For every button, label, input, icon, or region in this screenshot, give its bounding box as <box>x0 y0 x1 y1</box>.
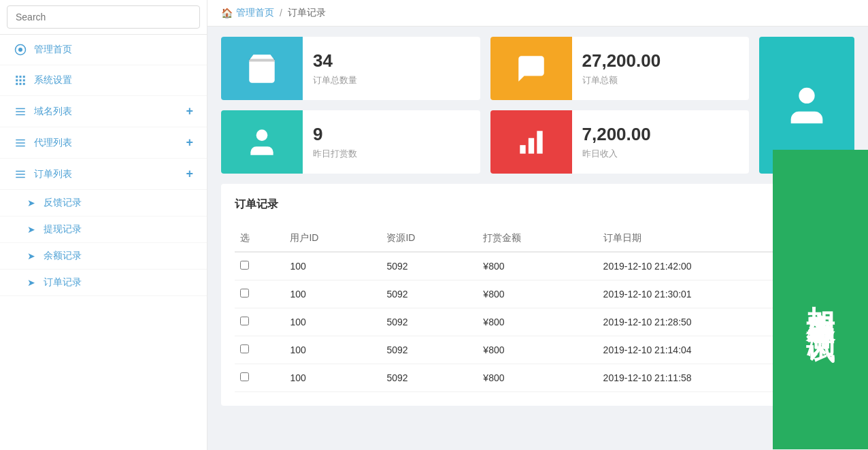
orders-plus-icon[interactable]: + <box>186 167 193 181</box>
stat-yesterday-income-info: 7,200.00 昨日收入 <box>572 110 750 174</box>
main-content: 🏠 管理首页 / 订单记录 34 订单总数量 <box>207 0 868 450</box>
svg-rect-24 <box>528 138 533 153</box>
chart-icon-box <box>490 110 572 174</box>
sidebar-sub-item-order-records-label: 订单记录 <box>44 276 82 289</box>
row-checkbox-4[interactable] <box>240 372 249 381</box>
row-resourceid: 5092 <box>381 364 478 392</box>
stat-total-label: 订单总额 <box>582 74 739 86</box>
domains-plus-icon[interactable]: + <box>186 104 193 118</box>
svg-rect-3 <box>20 76 22 78</box>
row-checkbox-cell <box>235 308 284 336</box>
chat-icon-box <box>490 37 572 100</box>
svg-rect-10 <box>23 83 25 85</box>
orders-icon <box>14 167 27 181</box>
search-input[interactable] <box>7 5 200 29</box>
row-resourceid: 5092 <box>381 308 478 336</box>
content-area: 订单记录 选 用户ID 资源ID 打赏金额 订单日期 100 5092 <box>207 184 868 419</box>
sidebar-item-agents-label: 代理列表 <box>34 137 186 149</box>
row-amount: ¥800 <box>478 308 597 336</box>
row-checkbox-1[interactable] <box>240 289 249 298</box>
sidebar-item-settings[interactable]: 系统设置 <box>0 65 207 96</box>
stat-yesterday-count-label: 昨日打赏数 <box>313 148 470 160</box>
row-amount: ¥800 <box>478 364 597 392</box>
breadcrumb: 🏠 管理首页 / 订单记录 <box>207 0 868 27</box>
arrow-right-icon3: ➤ <box>27 251 38 261</box>
stat-total-value: 27,200.00 <box>582 50 739 71</box>
col-header-resourceid: 资源ID <box>381 225 478 252</box>
sidebar-sub-item-feedback[interactable]: ➤ 反馈记录 <box>0 190 207 216</box>
table-body: 100 5092 ¥800 2019-12-10 21:42:00 100 50… <box>235 252 841 392</box>
svg-rect-9 <box>20 83 22 85</box>
row-userid: 100 <box>284 364 381 392</box>
sidebar-item-orders[interactable]: 订单列表 + <box>0 159 207 190</box>
stat-orders-label: 订单总数量 <box>313 74 470 86</box>
svg-rect-7 <box>23 80 25 82</box>
table-row: 100 5092 ¥800 2019-12-10 21:11:58 <box>235 364 841 392</box>
stat-yesterday-income-value: 7,200.00 <box>582 124 739 145</box>
sidebar-sub-item-balance-label: 余额记录 <box>44 250 82 262</box>
row-userid: 100 <box>284 336 381 364</box>
orders-section: 订单记录 选 用户ID 资源ID 打赏金额 订单日期 100 5092 <box>221 184 854 406</box>
arrow-right-icon2: ➤ <box>27 224 38 235</box>
row-userid: 100 <box>284 280 381 308</box>
svg-rect-23 <box>520 145 525 154</box>
col-header-select: 选 <box>235 225 284 252</box>
promo-text: 加客服可测试 <box>801 283 839 316</box>
sidebar-item-domains[interactable]: 域名列表 + <box>0 96 207 127</box>
sidebar-sub-item-withdrawal[interactable]: ➤ 提现记录 <box>0 216 207 243</box>
settings-icon <box>14 74 27 87</box>
breadcrumb-separator: / <box>280 7 282 18</box>
table-header-row: 选 用户ID 资源ID 打赏金额 订单日期 <box>235 225 841 252</box>
table-row: 100 5092 ¥800 2019-12-10 21:14:04 <box>235 336 841 364</box>
user-icon-box <box>221 110 303 174</box>
row-checkbox-3[interactable] <box>240 344 249 353</box>
stats-container: 34 订单总数量 27,200.00 订单总额 <box>207 27 868 184</box>
row-userid: 100 <box>284 308 381 336</box>
sidebar-item-orders-label: 订单列表 <box>34 168 186 180</box>
stat-orders-info: 34 订单总数量 <box>303 37 480 100</box>
svg-rect-5 <box>16 80 18 82</box>
search-box <box>0 0 207 35</box>
svg-rect-25 <box>537 131 542 153</box>
stat-yesterday-income-label: 昨日收入 <box>582 148 739 160</box>
row-checkbox-0[interactable] <box>240 261 249 270</box>
row-checkbox-2[interactable] <box>240 317 249 325</box>
svg-point-1 <box>18 48 22 52</box>
row-amount: ¥800 <box>478 280 597 308</box>
row-amount: ¥800 <box>478 336 597 364</box>
stat-card-yesterday-income: 7,200.00 昨日收入 <box>490 110 750 174</box>
agents-plus-icon[interactable]: + <box>186 135 193 150</box>
sidebar-sub-item-order-records[interactable]: ➤ 订单记录 <box>0 270 207 296</box>
home-icon <box>14 43 27 57</box>
table-row: 100 5092 ¥800 2019-12-10 21:30:01 <box>235 280 841 308</box>
stat-card-yesterday-count: 9 昨日打赏数 <box>221 110 480 174</box>
stat-orders-value: 34 <box>313 50 470 71</box>
sidebar-item-agents[interactable]: 代理列表 + <box>0 127 207 159</box>
sidebar-item-home[interactable]: 管理首页 <box>0 35 207 65</box>
sidebar-sub-item-withdrawal-label: 提现记录 <box>44 223 82 236</box>
sidebar-sub-item-balance[interactable]: ➤ 余额记录 <box>0 243 207 270</box>
sidebar-item-settings-label: 系统设置 <box>34 74 193 86</box>
sidebar: 管理首页 系统设置 域名列表 + <box>0 0 207 450</box>
stat-yesterday-count-value: 9 <box>313 124 470 145</box>
stat-card-total: 27,200.00 订单总额 <box>490 37 750 100</box>
row-userid: 100 <box>284 252 381 280</box>
sidebar-item-home-label: 管理首页 <box>34 44 193 56</box>
breadcrumb-home-icon: 🏠 <box>221 7 233 18</box>
sidebar-sub-item-feedback-label: 反馈记录 <box>44 197 82 209</box>
stat-total-info: 27,200.00 订单总额 <box>572 37 750 100</box>
breadcrumb-home-label[interactable]: 管理首页 <box>236 7 274 19</box>
cart-icon-box <box>221 37 303 100</box>
svg-rect-8 <box>16 83 18 85</box>
breadcrumb-current: 订单记录 <box>288 7 326 19</box>
table-row: 100 5092 ¥800 2019-12-10 21:28:50 <box>235 308 841 336</box>
svg-rect-2 <box>16 76 18 78</box>
col-header-amount: 打赏金额 <box>478 225 597 252</box>
row-checkbox-cell <box>235 364 284 392</box>
svg-rect-6 <box>20 80 22 82</box>
stat-card-orders: 34 订单总数量 <box>221 37 480 100</box>
row-checkbox-cell <box>235 252 284 280</box>
svg-point-21 <box>799 87 814 103</box>
row-checkbox-cell <box>235 280 284 308</box>
col-header-userid: 用户ID <box>284 225 381 252</box>
